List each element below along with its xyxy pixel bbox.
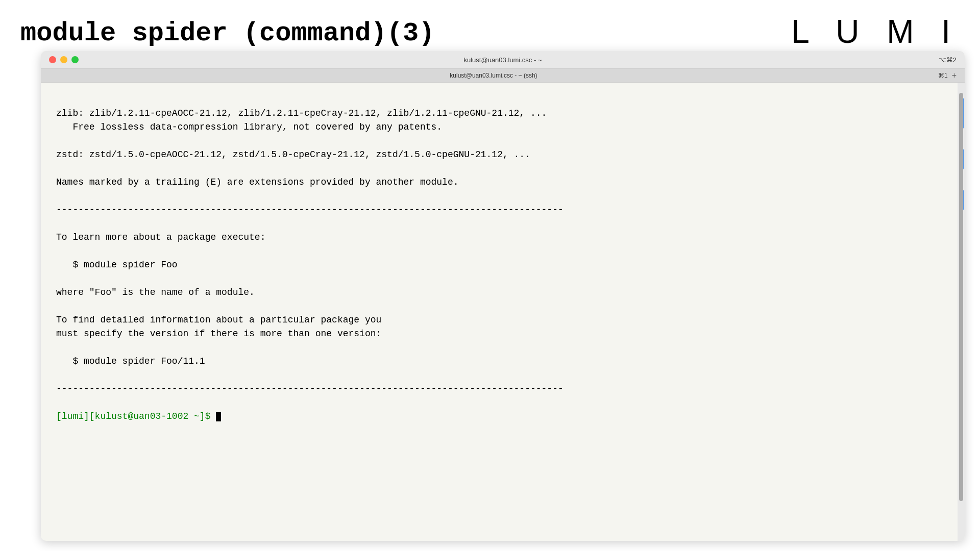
scrollbar-thumb[interactable] (959, 93, 963, 501)
titlebar-top: kulust@uan03.lumi.csc - ~ ⌥⌘2 (41, 51, 965, 68)
page-title: module spider (command)(3) (20, 18, 434, 48)
window-title: kulust@uan03.lumi.csc - ~ (463, 56, 542, 64)
tab-shortcut: ⌘1 (938, 72, 948, 79)
window-close-button[interactable] (49, 56, 56, 63)
terminal-cursor (216, 412, 221, 421)
window-minimize-button[interactable] (60, 56, 67, 63)
terminal-window: kulust@uan03.lumi.csc - ~ ⌥⌘2 kulust@uan… (41, 51, 965, 541)
window-shortcut: ⌥⌘2 (939, 56, 957, 64)
new-tab-button[interactable]: + (952, 71, 957, 80)
zlib-line: zlib: zlib/1.2.11-cpeAOCC-21.12, zlib/1.… (56, 108, 564, 394)
titlebar-tab-row: kulust@uan03.lumi.csc - ~ (ssh) ⌘1 + (41, 68, 965, 82)
terminal-content[interactable]: zlib: zlib/1.2.11-cpeAOCC-21.12, zlib/1.… (41, 83, 965, 541)
scrollbar-track[interactable] (958, 83, 965, 541)
window-controls (49, 56, 79, 63)
terminal-output: zlib: zlib/1.2.11-cpeAOCC-21.12, zlib/1.… (56, 93, 949, 423)
terminal-prompt: [lumi][kulust@uan03-1002 ~]$ (56, 411, 216, 421)
lumi-logo: L U M I (791, 13, 960, 54)
tab-title[interactable]: kulust@uan03.lumi.csc - ~ (ssh) (49, 72, 938, 79)
window-maximize-button[interactable] (71, 56, 79, 63)
terminal-titlebar: kulust@uan03.lumi.csc - ~ ⌥⌘2 kulust@uan… (41, 51, 965, 83)
